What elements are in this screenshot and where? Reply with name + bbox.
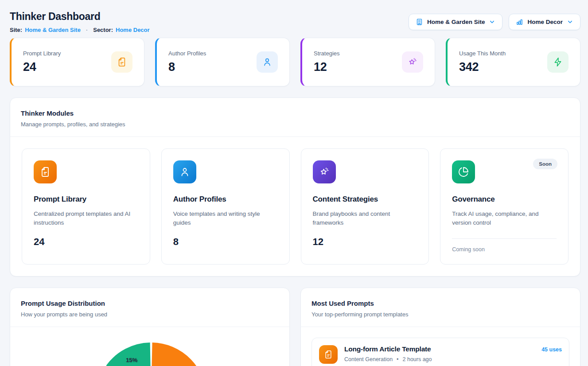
- breadcrumb: Site: Home & Garden Site · Sector: Home …: [10, 27, 150, 33]
- chevron-down-icon: [567, 19, 573, 25]
- stat-label: Strategies: [314, 50, 340, 57]
- most-used-header: Most Used Prompts Your top-performing pr…: [301, 288, 580, 327]
- file-text-icon: [34, 160, 57, 183]
- user-icon: [257, 51, 278, 73]
- usage-chart-subtitle: How your prompts are being used: [21, 311, 279, 318]
- page-header: Thinker Dashboard Site: Home & Garden Si…: [10, 11, 580, 33]
- donut-chart: [96, 343, 206, 366]
- file-text-icon: [111, 51, 132, 73]
- breadcrumb-separator: ·: [86, 27, 88, 33]
- stat-label: Usage This Month: [459, 50, 506, 57]
- donut-segment-label: 15%: [126, 356, 137, 363]
- modules-panel-subtitle: Manage prompts, profiles, and strategies: [21, 121, 569, 128]
- module-count: 8: [173, 236, 278, 248]
- module-description: Track AI usage, compliance, and version …: [452, 210, 557, 228]
- stat-card-strategies: Strategies 12: [300, 38, 435, 86]
- module-count: 24: [34, 236, 138, 248]
- module-card-content-strategies[interactable]: Content Strategies Brand playbooks and c…: [301, 148, 429, 265]
- stat-value: 8: [168, 60, 206, 74]
- sector-select-button[interactable]: Home Decor: [509, 14, 580, 30]
- bottom-row: Prompt Usage Distribution How your promp…: [10, 288, 580, 366]
- site-link[interactable]: Home & Garden Site: [25, 27, 81, 33]
- coming-soon-text: Coming soon: [452, 246, 557, 253]
- bar-chart-icon: [516, 18, 523, 26]
- stat-value: 24: [23, 60, 61, 74]
- most-used-title: Most Used Prompts: [312, 300, 569, 307]
- file-text-icon: [319, 345, 338, 364]
- module-description: Brand playbooks and content frameworks: [313, 210, 417, 228]
- module-description: Centralized prompt templates and AI inst…: [34, 210, 138, 228]
- header-actions: Home & Garden Site Home Decor: [409, 14, 580, 30]
- modules-panel-header: Thinker Modules Manage prompts, profiles…: [10, 98, 580, 137]
- most-used-subtitle: Your top-performing prompt templates: [312, 311, 569, 318]
- sector-select-label: Home Decor: [527, 19, 563, 25]
- module-title: Governance: [452, 195, 557, 204]
- module-title: Content Strategies: [313, 195, 417, 204]
- usage-chart-header: Prompt Usage Distribution How your promp…: [10, 288, 289, 327]
- thinker-modules-panel: Thinker Modules Manage prompts, profiles…: [10, 97, 580, 276]
- stat-value: 12: [314, 60, 340, 74]
- module-divider: [452, 238, 557, 239]
- stat-card-author-profiles: Author Profiles 8: [155, 38, 290, 86]
- stat-card-usage: Usage This Month 342: [446, 38, 580, 86]
- user-icon: [173, 160, 196, 183]
- stat-card-prompt-library: Prompt Library 24: [10, 38, 144, 86]
- building-icon: [416, 18, 423, 26]
- module-title: Prompt Library: [34, 195, 138, 204]
- sector-label: Sector:: [93, 27, 113, 33]
- site-label: Site:: [10, 27, 22, 33]
- module-card-governance[interactable]: Soon Governance Track AI usage, complian…: [440, 148, 569, 265]
- module-description: Voice templates and writing style guides: [173, 210, 278, 228]
- site-select-label: Home & Garden Site: [427, 19, 485, 25]
- donut-chart-svg: [96, 343, 206, 366]
- site-select-button[interactable]: Home & Garden Site: [409, 14, 503, 30]
- stat-label: Author Profiles: [168, 50, 206, 57]
- stat-value: 342: [459, 60, 506, 74]
- dashboard-page: Thinker Dashboard Site: Home & Garden Si…: [0, 0, 588, 366]
- prompt-usage-distribution-card: Prompt Usage Distribution How your promp…: [10, 288, 290, 366]
- usage-chart-title: Prompt Usage Distribution: [21, 300, 279, 307]
- stat-label: Prompt Library: [23, 50, 61, 57]
- prompt-list-item[interactable]: Long-form Article Template Content Gener…: [312, 338, 569, 366]
- soon-badge: Soon: [533, 159, 557, 169]
- pie-chart-icon: [452, 160, 475, 183]
- star-sparkle-icon: [313, 160, 336, 183]
- page-title: Thinker Dashboard: [10, 11, 150, 23]
- lightning-icon: [547, 51, 569, 73]
- prompt-item-category: Content Generation: [344, 356, 393, 362]
- meta-dot-separator: •: [397, 356, 398, 362]
- modules-panel-title: Thinker Modules: [21, 109, 569, 117]
- header-left: Thinker Dashboard Site: Home & Garden Si…: [10, 11, 150, 33]
- module-title: Author Profiles: [173, 195, 278, 204]
- module-count: 12: [313, 236, 417, 248]
- sector-link[interactable]: Home Decor: [116, 27, 150, 33]
- star-sparkle-icon: [402, 51, 423, 73]
- prompts-list: Long-form Article Template Content Gener…: [301, 327, 580, 366]
- prompt-item-meta: Content Generation • 2 hours ago: [344, 356, 432, 362]
- modules-grid: Prompt Library Centralized prompt templa…: [10, 137, 580, 276]
- stats-row: Prompt Library 24 Author Profiles 8 Stra…: [10, 38, 580, 86]
- chevron-down-icon: [489, 19, 495, 25]
- module-card-prompt-library[interactable]: Prompt Library Centralized prompt templa…: [22, 148, 150, 265]
- prompt-item-title: Long-form Article Template: [344, 345, 432, 353]
- most-used-prompts-card: Most Used Prompts Your top-performing pr…: [300, 288, 580, 366]
- prompt-item-time: 2 hours ago: [403, 356, 432, 362]
- prompt-item-uses-badge: 45 uses: [541, 347, 562, 353]
- module-card-author-profiles[interactable]: Author Profiles Voice templates and writ…: [161, 148, 290, 265]
